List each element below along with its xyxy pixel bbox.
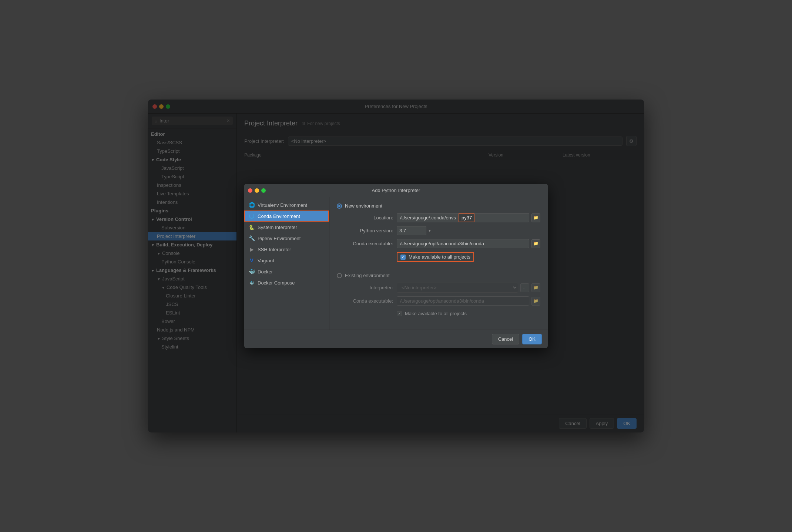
dialog-sidebar-docker-label: Docker <box>258 269 273 275</box>
version-select-wrapper: 3.7 ▼ <box>397 226 432 235</box>
new-environment-radio-row: New environment <box>337 203 540 209</box>
python-version-row: Python version: 3.7 ▼ <box>345 226 540 235</box>
python-version-input-wrapper: 3.7 ▼ <box>397 226 540 235</box>
conda-exec-input-wrapper: 📁 <box>397 239 540 248</box>
dialog-ok-button[interactable]: OK <box>522 334 542 344</box>
make-available-checkbox-wrapper[interactable]: ✓ Make available to all projects <box>397 252 474 262</box>
existing-make-available-row: ✓ Make available to all projects <box>345 309 540 318</box>
dialog-footer: Cancel OK <box>244 330 548 348</box>
dialog-cancel-button[interactable]: Cancel <box>492 334 519 344</box>
dialog-sidebar-conda[interactable]: Conda Environment <box>244 211 329 222</box>
dialog-sidebar-conda-label: Conda Environment <box>258 213 300 219</box>
existing-conda-exec-wrapper: 📁 <box>397 296 540 306</box>
make-available-label: Make available to all projects <box>409 254 470 260</box>
existing-make-available-row-inner: ✓ Make available to all projects <box>397 309 467 318</box>
section-divider <box>337 268 540 268</box>
docker-compose-icon: 🐳 <box>249 280 255 286</box>
new-environment-label: New environment <box>345 203 382 209</box>
vagrant-icon: V <box>249 257 255 263</box>
add-interpreter-dialog: Add Python Interpreter 🌐 Virtualenv Envi… <box>244 184 548 348</box>
dialog-sidebar-pipenv-label: Pipenv Environment <box>258 236 301 241</box>
existing-interpreter-row: Interpreter: <No interpreter> ... 📁 <box>345 283 540 293</box>
dialog-sidebar-docker-compose[interactable]: 🐳 Docker Compose <box>244 277 329 288</box>
existing-interpreter-label: Interpreter: <box>345 285 393 290</box>
conda-icon <box>249 213 255 219</box>
new-environment-form: Location: /Users/gouge/.conda/envs py37 … <box>337 213 540 262</box>
location-highlight-text[interactable]: py37 <box>459 213 474 222</box>
existing-environment-radio[interactable] <box>337 273 342 278</box>
existing-environment-section: Existing environment Interpreter: <No in… <box>337 273 540 318</box>
dialog-sidebar: 🌐 Virtualenv Environment Conda Environme… <box>244 197 329 330</box>
existing-conda-exec-label: Conda executable: <box>345 298 393 304</box>
location-input-wrapper: /Users/gouge/.conda/envs py37 📁 <box>397 213 540 222</box>
new-environment-radio[interactable] <box>337 203 342 209</box>
interpreter-dropdown-row: <No interpreter> ... <box>397 283 529 293</box>
conda-executable-row: Conda executable: 📁 <box>345 239 540 248</box>
virtualenv-icon: 🌐 <box>249 202 255 208</box>
dialog-sidebar-vagrant[interactable]: V Vagrant <box>244 255 329 266</box>
dialog-sidebar-pipenv[interactable]: 🔧 Pipenv Environment <box>244 233 329 244</box>
dialog-sidebar-docker[interactable]: 🐳 Docker <box>244 266 329 277</box>
preferences-window: Preferences for New Projects ⌕ ✕ Editor … <box>148 100 644 432</box>
dialog-body: 🌐 Virtualenv Environment Conda Environme… <box>244 197 548 330</box>
system-interpreter-icon: 🐍 <box>249 224 255 230</box>
dialog-traffic-lights <box>248 188 266 193</box>
dialog-zoom-button[interactable] <box>261 188 266 193</box>
dialog-title-text: Add Python Interpreter <box>372 188 420 193</box>
location-folder-button[interactable]: 📁 <box>531 213 540 222</box>
existing-environment-label: Existing environment <box>345 273 390 278</box>
docker-icon: 🐳 <box>249 269 255 275</box>
existing-interpreter-wrapper: <No interpreter> ... 📁 <box>397 283 540 293</box>
dialog-sidebar-ssh[interactable]: ▶ SSH Interpreter <box>244 244 329 255</box>
dialog-sidebar-system-label: System Interpreter <box>258 225 297 230</box>
python-version-select[interactable]: 3.7 <box>397 226 426 235</box>
make-available-row: ✓ Make available to all projects <box>345 252 540 262</box>
dialog-minimize-button[interactable] <box>255 188 259 193</box>
existing-environment-radio-row: Existing environment <box>337 273 540 278</box>
existing-interpreter-select[interactable]: <No interpreter> <box>397 283 518 293</box>
existing-conda-exec-input <box>397 296 529 306</box>
version-select-arrow: ▼ <box>428 229 432 233</box>
interpreter-dots-button[interactable]: ... <box>520 283 529 292</box>
pipenv-icon: 🔧 <box>249 235 255 241</box>
python-version-label: Python version: <box>345 228 393 233</box>
dialog-title-bar: Add Python Interpreter <box>244 184 548 197</box>
new-environment-section: New environment Location: /Users/gouge/.… <box>337 203 540 262</box>
location-label: Location: <box>345 215 393 220</box>
dialog-sidebar-system[interactable]: 🐍 System Interpreter <box>244 222 329 233</box>
existing-conda-folder-button[interactable]: 📁 <box>531 297 540 306</box>
existing-interpreter-folder-button[interactable]: 📁 <box>531 283 540 292</box>
location-row: Location: /Users/gouge/.conda/envs py37 … <box>345 213 540 222</box>
existing-environment-form: Interpreter: <No interpreter> ... 📁 <box>337 283 540 318</box>
dialog-sidebar-ssh-label: SSH Interpreter <box>258 247 291 252</box>
make-available-checkbox[interactable]: ✓ <box>400 255 406 260</box>
existing-conda-exec-row: Conda executable: 📁 <box>345 296 540 306</box>
dialog-sidebar-vagrant-label: Vagrant <box>258 258 274 263</box>
conda-exec-label: Conda executable: <box>345 241 393 246</box>
dialog-close-button[interactable] <box>248 188 252 193</box>
conda-exec-input[interactable] <box>397 239 529 248</box>
dialog-sidebar-docker-compose-label: Docker Compose <box>258 280 295 286</box>
modal-overlay: Add Python Interpreter 🌐 Virtualenv Envi… <box>148 100 644 432</box>
dialog-sidebar-virtualenv-label: Virtualenv Environment <box>258 202 307 208</box>
dialog-sidebar-virtualenv[interactable]: 🌐 Virtualenv Environment <box>244 199 329 211</box>
existing-make-available-label: Make available to all projects <box>405 311 467 316</box>
ssh-icon: ▶ <box>249 246 255 252</box>
conda-exec-folder-button[interactable]: 📁 <box>531 239 540 248</box>
dialog-main-panel: New environment Location: /Users/gouge/.… <box>329 197 548 330</box>
location-value-text: /Users/gouge/.conda/envs <box>397 213 459 222</box>
existing-make-available-checkbox: ✓ <box>397 311 402 316</box>
